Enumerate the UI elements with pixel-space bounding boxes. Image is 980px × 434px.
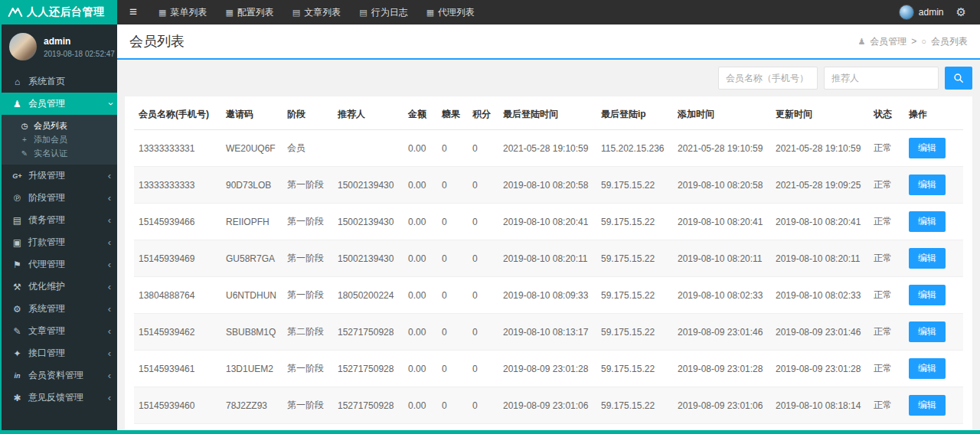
edit-button[interactable]: 编辑 — [909, 395, 946, 416]
referrer-input[interactable] — [824, 67, 939, 90]
topbar-right: admin ⚙ — [899, 0, 980, 24]
topbar-menu-label: 配置列表 — [237, 6, 274, 19]
sidebar-subitem[interactable]: ◷会员列表 — [2, 119, 117, 132]
chevron-icon: ‹ — [108, 282, 111, 292]
sidebar-item[interactable]: ⚑代理管理‹ — [2, 253, 117, 276]
topbar-menu-item[interactable]: ▦代理列表 — [417, 0, 484, 24]
edit-button[interactable]: 编辑 — [909, 321, 946, 342]
table-cell: 0 — [437, 167, 468, 204]
sidebar-menu-entry: ⌂系统首页 — [2, 70, 117, 93]
table-row: 15145939466REIIOPFH第一阶段150021394300.0000… — [134, 204, 963, 240]
table-cell: 15271750928 — [333, 387, 403, 424]
sidebar-submenu: ◷会员列表+添加会员✎实名认证 — [2, 115, 117, 165]
feedback-icon: ✱ — [11, 393, 23, 403]
sidebar-item-label: 优化维护 — [28, 280, 65, 293]
table-cell: 第一阶段 — [283, 204, 333, 240]
breadcrumb: ♟ 会员管理 > ○ 会员列表 — [858, 35, 968, 48]
chevron-icon: ‹ — [108, 237, 111, 247]
sidebar-item[interactable]: ▣打款管理‹ — [2, 231, 117, 253]
search-button[interactable] — [945, 67, 972, 90]
edit-button[interactable]: 编辑 — [909, 358, 946, 379]
sidebar-menu-entry: ✎文章管理‹ — [2, 320, 117, 342]
gplus-icon: G+ — [11, 172, 23, 180]
table-cell: 2019-08-10 08:20:58 — [673, 167, 771, 204]
debt-icon: ▤ — [11, 215, 23, 226]
chevron-icon: ‹ — [108, 171, 111, 181]
sidebar-item[interactable]: ℗阶段管理‹ — [2, 187, 117, 209]
app-logo[interactable]: 人人还后台管理 — [2, 0, 117, 24]
table-cell: 第一阶段 — [283, 277, 333, 314]
table-cell: 0 — [437, 351, 468, 387]
table-cell: 2019-08-09 23:01:28 — [771, 351, 869, 387]
chevron-icon: ‹ — [108, 370, 111, 380]
sidebar-item-label: 文章管理 — [28, 325, 65, 338]
column-header: 金额 — [403, 100, 437, 130]
table-cell: 2019-08-09 23:01:28 — [498, 351, 596, 387]
table-cell-actions: 编辑 — [904, 351, 963, 387]
column-header: 最后登陆ip — [596, 100, 673, 130]
topbar-menu-item[interactable]: ▤文章列表 — [283, 0, 350, 24]
sidebar-menu-entry: ⚑代理管理‹ — [2, 253, 117, 276]
chevron-icon: ‹ — [104, 102, 114, 105]
sidebar-subitem[interactable]: ✎实名认证 — [2, 146, 117, 160]
hamburger-icon[interactable]: ≡ — [117, 0, 149, 24]
table-cell: 正常 — [869, 387, 904, 424]
page-title: 会员列表 — [129, 32, 185, 51]
table-cell: 2019-08-10 08:02:33 — [673, 277, 771, 314]
sidebar-item[interactable]: ⚙系统管理‹ — [2, 298, 117, 320]
sidebar-item-label: 系统首页 — [28, 75, 65, 88]
chevron-icon: ‹ — [108, 259, 111, 269]
sidebar-login-time: 2019-08-18 02:52:47 — [44, 50, 115, 58]
sidebar-item[interactable]: G+升级管理‹ — [2, 165, 117, 187]
topbar-user[interactable]: admin — [899, 5, 944, 20]
table-cell: 115.202.15.236 — [596, 130, 673, 167]
system-icon: ⚙ — [11, 304, 23, 315]
edit-button[interactable]: 编辑 — [909, 175, 946, 195]
edit-button[interactable]: 编辑 — [909, 285, 946, 305]
sidebar-subitem[interactable]: +添加会员 — [2, 132, 117, 146]
edit-button[interactable]: 编辑 — [909, 248, 946, 269]
topbar-menu-item[interactable]: ▦菜单列表 — [149, 0, 216, 24]
sidebar-subitem-label: 添加会员 — [34, 134, 67, 145]
table-cell: 2019-08-10 08:18:14 — [771, 387, 869, 424]
table-header-row: 会员名称(手机号)邀请码阶段推荐人金额糖果积分最后登陆时间最后登陆ip添加时间更… — [134, 100, 963, 130]
table-cell: 2019-08-09 23:01:28 — [673, 351, 771, 387]
sidebar-item[interactable]: ✱意见反馈管理‹ — [2, 387, 117, 409]
sidebar-item[interactable]: ♟会员管理‹ — [2, 93, 117, 115]
table-cell: 正常 — [869, 314, 904, 351]
config-list-icon: ▦ — [225, 8, 233, 18]
edit-button[interactable]: 编辑 — [909, 138, 946, 158]
column-header: 操作 — [904, 100, 963, 130]
sidebar-avatar — [9, 33, 37, 60]
table-cell: 15002139430 — [333, 167, 403, 204]
breadcrumb-link-members[interactable]: 会员管理 — [870, 35, 906, 48]
topbar-menu-item[interactable]: ▦配置列表 — [216, 0, 283, 24]
table-cell: 2019-08-09 17:32:14 — [771, 424, 869, 431]
table-body: 13333333331WE20UQ6F会员0.00002021-05-28 19… — [134, 130, 963, 431]
table-cell: 13D1UEM2 — [221, 351, 283, 387]
clock-icon: ◷ — [20, 122, 29, 130]
edit-button[interactable]: 编辑 — [909, 211, 946, 232]
gear-icon[interactable]: ⚙ — [956, 5, 966, 19]
topbar-menu-item[interactable]: ▤行为日志 — [350, 0, 416, 24]
table-row: 1333333333390D73LOB第一阶段150021394300.0000… — [134, 167, 963, 204]
table-cell: 13333333333 — [134, 167, 221, 204]
table-cell: 2019-08-10 08:20:11 — [498, 240, 596, 277]
table-cell: 2019-08-09 23:01:06 — [498, 387, 596, 424]
table-row: 15145939462SBUB8M1Q第二阶段152717509280.0000… — [134, 314, 963, 351]
table-cell: 0.00 — [403, 277, 437, 314]
id-card-icon: ✎ — [20, 149, 29, 158]
table-cell: 0.00 — [403, 424, 437, 431]
sidebar-item[interactable]: in会员资料管理‹ — [2, 364, 117, 387]
table-cell: 0 — [437, 314, 468, 351]
table-cell: 正常 — [869, 277, 904, 314]
sidebar-item[interactable]: ✎文章管理‹ — [2, 320, 117, 342]
sidebar-item[interactable]: ⌂系统首页 — [2, 70, 117, 93]
member-name-input[interactable] — [718, 67, 818, 90]
table-cell: 15002139430 — [333, 204, 403, 240]
sidebar-item[interactable]: ✦接口管理‹ — [2, 342, 117, 364]
sidebar-item[interactable]: ▤债务管理‹ — [2, 209, 117, 231]
sidebar-item[interactable]: ⚒优化维护‹ — [2, 276, 117, 298]
sidebar-user-panel: admin 2019-08-18 02:52:47 — [2, 24, 117, 70]
table-cell-actions: 编辑 — [904, 424, 963, 431]
